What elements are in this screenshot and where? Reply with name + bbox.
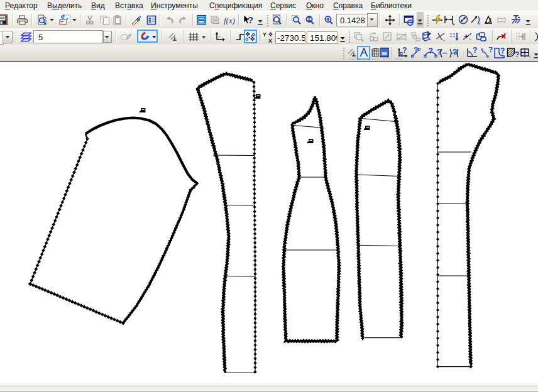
svg-text:X: X xyxy=(268,38,272,44)
svg-text:Y: Y xyxy=(263,31,266,38)
svg-text:?: ? xyxy=(453,48,457,57)
svg-text:?: ? xyxy=(429,47,433,55)
svg-text:?: ? xyxy=(414,47,418,55)
svg-text:?: ? xyxy=(473,47,477,55)
svg-text:?: ? xyxy=(488,47,493,54)
svg-text:?: ? xyxy=(515,50,519,59)
svg-text:f(x): f(x) xyxy=(224,16,235,25)
svg-text:?: ? xyxy=(500,47,505,55)
svg-text:?: ? xyxy=(402,47,407,55)
